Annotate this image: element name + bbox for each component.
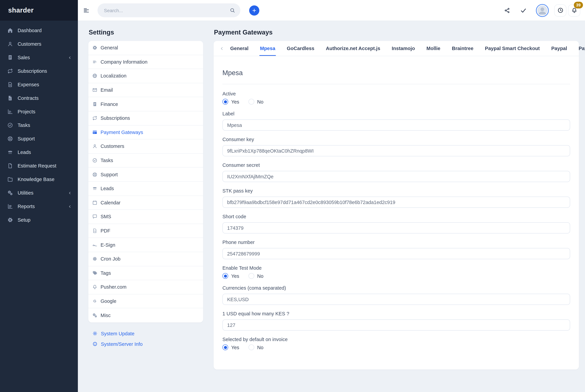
gear-icon	[92, 45, 98, 50]
settings-menu-item[interactable]: Tags	[88, 266, 203, 280]
notifications-button[interactable]: 39	[568, 4, 580, 16]
settings-menu-item[interactable]: Cron Job	[88, 252, 203, 266]
settings-menu-item[interactable]: PDF PDF	[88, 224, 203, 238]
gateway-tab[interactable]: Paypal Smart Checkout	[485, 41, 540, 56]
sidebar-item[interactable]: Utilities	[0, 186, 78, 200]
settings-menu-item[interactable]: Misc	[88, 308, 203, 322]
radio-yes[interactable]	[222, 99, 228, 104]
field-input[interactable]	[222, 145, 570, 156]
form-field: Short code	[222, 214, 570, 234]
sidebar-item[interactable]: Dashboard	[0, 24, 78, 37]
chevron-left-icon[interactable]	[68, 191, 72, 195]
form-field: Currencies (coma separated)	[222, 285, 570, 305]
avatar-image	[537, 5, 547, 16]
settings-menu-item[interactable]: SMS	[88, 210, 203, 224]
gateway-tab[interactable]: Mpesa	[260, 41, 275, 56]
settings-menu-item-label: Cron Job	[101, 256, 121, 262]
field-input[interactable]	[222, 320, 570, 330]
settings-menu-item[interactable]: Subscriptions	[88, 111, 203, 125]
radio-option[interactable]: No	[248, 99, 263, 104]
settings-menu-item[interactable]: Leads	[88, 182, 203, 196]
sidebar-item[interactable]: Setup	[0, 213, 78, 227]
gateway-tab[interactable]: Instamojo	[392, 41, 415, 56]
settings-menu-item-label: SMS	[101, 214, 111, 220]
radio-option[interactable]: No	[248, 344, 263, 350]
phone-icon	[92, 186, 98, 191]
radio-no[interactable]	[248, 273, 254, 279]
settings-menu-item[interactable]: E-Sign	[88, 238, 203, 252]
radio-option[interactable]: Yes	[222, 273, 239, 279]
radio-option[interactable]: Yes	[222, 344, 239, 350]
check-icon[interactable]	[520, 7, 527, 14]
sidebar-item-label: Estimate Request	[18, 163, 56, 168]
settings-menu-item[interactable]: Payment Gateways	[88, 125, 203, 140]
gateway-tab[interactable]: Braintree	[452, 41, 473, 56]
sidebar-item[interactable]: Contracts	[0, 91, 78, 105]
search-input[interactable]	[103, 7, 230, 13]
settings-menu-item[interactable]: General	[88, 41, 203, 55]
settings-menu-item[interactable]: Calendar	[88, 196, 203, 210]
field-input[interactable]	[222, 222, 570, 234]
settings-link[interactable]: System/Server Info	[93, 342, 203, 347]
settings-menu-item-label: Pusher.com	[101, 284, 127, 290]
chevron-left-icon[interactable]	[68, 204, 72, 208]
radio-no[interactable]	[248, 99, 254, 104]
sidebar-item-label: Leads	[18, 150, 31, 155]
gear-outline-icon	[93, 331, 98, 336]
settings-menu-item[interactable]: Tasks	[88, 154, 203, 168]
radio-yes[interactable]	[222, 344, 228, 350]
radio-option[interactable]: No	[248, 273, 263, 279]
settings-menu-item[interactable]: Email	[88, 83, 203, 97]
tags-icon	[92, 270, 98, 276]
gateway-tab[interactable]: GoCardless	[287, 41, 314, 56]
radio-option[interactable]: Yes	[222, 99, 239, 104]
field-input[interactable]	[222, 171, 570, 182]
gateway-tab[interactable]: Paypal	[551, 41, 567, 56]
field-input[interactable]	[222, 120, 570, 130]
avatar[interactable]	[536, 4, 549, 17]
search-icon[interactable]	[230, 8, 235, 13]
sidebar-item[interactable]: Support	[0, 132, 78, 146]
sidebar-item[interactable]: Reports	[0, 200, 78, 213]
settings-menu-item[interactable]: Support	[88, 168, 203, 182]
recent-activity-button[interactable]	[554, 4, 566, 16]
settings-menu-item[interactable]: G Google	[88, 294, 203, 308]
settings-menu-item[interactable]: Localization	[88, 69, 203, 83]
sidebar-item[interactable]: Customers	[0, 37, 78, 51]
field-input[interactable]	[222, 248, 570, 259]
tabs-scroll-left-icon[interactable]	[220, 46, 224, 50]
sidebar-item[interactable]: Subscriptions	[0, 64, 78, 78]
gateway-form: Mpesa ActiveYesNoLabelConsumer keyConsum…	[214, 56, 579, 370]
sidebar-item[interactable]: Expenses	[0, 78, 78, 91]
settings-menu-item-label: Payment Gateways	[101, 130, 143, 135]
share-icon[interactable]	[504, 7, 510, 13]
settings-menu-item-label: Localization	[101, 73, 127, 79]
menu-toggle-icon[interactable]	[83, 7, 90, 14]
sidebar-item[interactable]: Leads	[0, 146, 78, 159]
chevron-left-icon[interactable]	[68, 56, 72, 60]
settings-menu-item[interactable]: Pusher.com	[88, 280, 203, 294]
field-label: Consumer key	[222, 136, 570, 142]
sidebar-item[interactable]: Estimate Request	[0, 159, 78, 172]
gateway-tab[interactable]: Mollie	[426, 41, 440, 56]
sidebar-item-label: Support	[18, 136, 35, 142]
settings-menu-item-label: Email	[101, 87, 113, 93]
sidebar-item[interactable]: Sales	[0, 51, 78, 64]
file-text-icon	[7, 82, 13, 88]
settings-menu-item[interactable]: Customers	[88, 140, 203, 154]
radio-no[interactable]	[248, 344, 254, 350]
sidebar-item[interactable]: Tasks	[0, 118, 78, 132]
radio-yes[interactable]	[222, 273, 228, 279]
settings-menu-item[interactable]: Finance	[88, 97, 203, 111]
gateway-tab[interactable]: Authorize.net Accept.js	[326, 41, 380, 56]
quick-add-button[interactable]	[249, 5, 259, 16]
settings-menu-item[interactable]: Company Information	[88, 55, 203, 69]
settings-menu-item-label: Support	[101, 172, 118, 177]
sidebar-item[interactable]: Projects	[0, 105, 78, 118]
sidebar-item[interactable]: Knowledge Base	[0, 172, 78, 186]
settings-link[interactable]: System Update	[93, 331, 203, 336]
field-input[interactable]	[222, 196, 570, 208]
gateway-tab[interactable]: PayU Money	[578, 41, 585, 56]
field-input[interactable]	[222, 294, 570, 305]
gateway-tab[interactable]: General	[230, 41, 249, 56]
